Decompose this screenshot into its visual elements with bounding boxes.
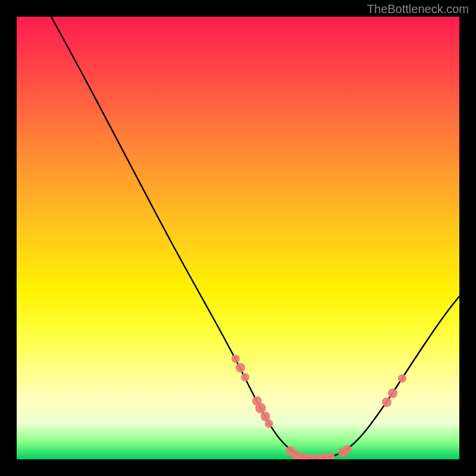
- data-marker: [231, 355, 240, 363]
- plot-area: [17, 17, 459, 459]
- bottleneck-curve: [51, 17, 459, 459]
- data-marker: [382, 397, 392, 407]
- data-marker: [236, 363, 245, 372]
- watermark-text: TheBottleneck.com: [367, 2, 469, 16]
- data-marker: [388, 389, 397, 398]
- data-marker: [265, 419, 273, 428]
- data-marker: [241, 373, 249, 381]
- data-markers: [231, 355, 406, 459]
- chart-svg: [17, 17, 459, 459]
- data-marker: [398, 374, 406, 383]
- data-marker: [327, 453, 335, 459]
- data-marker: [343, 445, 352, 453]
